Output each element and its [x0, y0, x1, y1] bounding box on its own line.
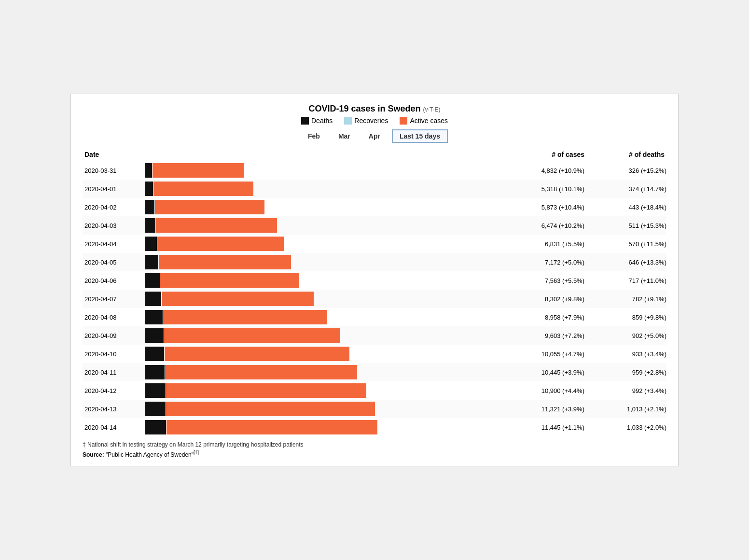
source-label: Source:	[83, 451, 104, 458]
deaths-cell: 717 (+11.0%)	[589, 277, 666, 284]
date-cell: 2020-04-02	[83, 203, 145, 212]
recoveries-legend-box	[344, 117, 352, 125]
tab-apr[interactable]: Apr	[362, 129, 387, 143]
bar-deaths	[145, 218, 155, 233]
bar-active	[164, 328, 340, 343]
cases-cell: 11,445 (+1.1%)	[507, 424, 589, 431]
bar-active	[166, 383, 366, 398]
legend: Deaths Recoveries Active cases	[83, 117, 666, 125]
bar-cell	[145, 402, 501, 416]
cases-cell: 7,172 (+5.0%)	[507, 259, 589, 266]
recoveries-legend-label: Recoveries	[354, 117, 388, 125]
cases-cell: 6,831 (+5.5%)	[507, 240, 589, 248]
date-cell: 2020-04-01	[83, 184, 145, 194]
deaths-cell: 959 (+2.8%)	[589, 369, 666, 376]
tabs-row: Feb Mar Apr Last 15 days	[83, 129, 666, 143]
deaths-cell: 1,033 (+2.0%)	[589, 424, 666, 431]
deaths-cell: 326 (+15.2%)	[589, 167, 666, 174]
cases-cell: 4,832 (+10.9%)	[507, 167, 589, 174]
bar-cell	[145, 365, 501, 379]
bar-active	[166, 420, 377, 434]
date-cell: 2020-04-04	[83, 239, 145, 249]
table-row: 2020-04-14 11,445 (+1.1%) 1,033 (+2.0%)	[83, 418, 666, 436]
cases-cell: 10,445 (+3.9%)	[507, 369, 589, 376]
cases-cell: 10,055 (+4.7%)	[507, 350, 589, 358]
source-text[interactable]: "Public Health Agency of Sweden"[1]	[106, 451, 199, 458]
vte-links[interactable]: (v·T·E)	[423, 106, 441, 113]
date-cell: 2020-04-13	[83, 405, 145, 414]
bar-cell	[145, 182, 501, 196]
table-row: 2020-04-05 7,172 (+5.0%) 646 (+13.3%)	[83, 253, 666, 271]
deaths-cell: 443 (+18.4%)	[589, 204, 666, 211]
bar-active	[163, 310, 327, 324]
bar-deaths	[145, 365, 165, 379]
footnote: ‡ National shift in testing strategy on …	[83, 441, 666, 448]
header-divider	[504, 150, 504, 159]
bar-active	[157, 237, 284, 251]
date-cell: 2020-04-14	[83, 423, 145, 432]
active-legend-box	[400, 117, 407, 125]
bar-active	[162, 292, 314, 306]
bar-deaths	[145, 237, 157, 251]
date-cell: 2020-04-10	[83, 350, 145, 359]
bar-cell	[145, 383, 501, 398]
legend-deaths: Deaths	[301, 117, 333, 125]
header-cases: # of cases	[507, 150, 589, 159]
date-cell: 2020-04-06	[83, 276, 145, 285]
bar-cell	[145, 328, 501, 343]
bar-deaths	[145, 328, 164, 343]
tab-feb[interactable]: Feb	[301, 129, 327, 143]
date-cell: 2020-03-31	[83, 166, 145, 175]
bar-deaths	[145, 420, 166, 434]
header-deaths: # of deaths	[589, 150, 666, 159]
bar-deaths	[145, 347, 164, 361]
deaths-legend-box	[301, 117, 309, 125]
bar-cell	[145, 347, 501, 361]
deaths-cell: 511 (+15.3%)	[589, 222, 666, 229]
bar-active	[156, 218, 277, 233]
bar-cell	[145, 420, 501, 434]
bar-deaths	[145, 402, 166, 416]
table-row: 2020-04-03 6,474 (+10.2%) 511 (+15.3%)	[83, 216, 666, 235]
table-row: 2020-04-02 5,873 (+10.4%) 443 (+18.4%)	[83, 198, 666, 216]
cases-cell: 5,318 (+10.1%)	[507, 185, 589, 193]
cases-cell: 7,563 (+5.5%)	[507, 277, 589, 284]
table-row: 2020-04-07 8,302 (+9.8%) 782 (+9.1%)	[83, 290, 666, 308]
table-row: 2020-04-06 7,563 (+5.5%) 717 (+11.0%)	[83, 271, 666, 290]
table-row: 2020-04-01 5,318 (+10.1%) 374 (+14.7%)	[83, 180, 666, 198]
deaths-cell: 570 (+11.5%)	[589, 240, 666, 248]
tab-last15[interactable]: Last 15 days	[392, 129, 448, 143]
bar-active	[153, 182, 253, 196]
bar-cell	[145, 273, 501, 288]
deaths-cell: 933 (+3.4%)	[589, 350, 666, 358]
deaths-cell: 782 (+9.1%)	[589, 295, 666, 303]
table-row: 2020-04-10 10,055 (+4.7%) 933 (+3.4%)	[83, 345, 666, 363]
title-text: COVID-19 cases in Sweden	[308, 104, 420, 113]
bar-deaths	[145, 182, 153, 196]
bar-deaths	[145, 292, 161, 306]
bar-cell	[145, 310, 501, 324]
table-row: 2020-04-11 10,445 (+3.9%) 959 (+2.8%)	[83, 363, 666, 381]
deaths-cell: 902 (+5.0%)	[589, 332, 666, 339]
legend-recoveries: Recoveries	[344, 117, 388, 125]
date-cell: 2020-04-07	[83, 294, 145, 304]
tab-mar[interactable]: Mar	[332, 129, 357, 143]
bar-deaths	[145, 273, 160, 288]
date-cell: 2020-04-05	[83, 258, 145, 267]
chart-rows: 2020-03-31 4,832 (+10.9%) 326 (+15.2%) 2…	[83, 161, 666, 436]
chart-title: COVID-19 cases in Sweden (v·T·E)	[83, 104, 666, 114]
deaths-cell: 992 (+3.4%)	[589, 387, 666, 394]
bar-cell	[145, 218, 501, 233]
cases-cell: 8,958 (+7.9%)	[507, 314, 589, 321]
bar-active	[166, 402, 375, 416]
deaths-cell: 374 (+14.7%)	[589, 185, 666, 193]
bar-deaths	[145, 310, 163, 324]
header-date: Date	[83, 150, 145, 159]
table-row: 2020-04-08 8,958 (+7.9%) 859 (+9.8%)	[83, 308, 666, 326]
deaths-legend-label: Deaths	[311, 117, 333, 125]
bar-deaths	[145, 200, 154, 214]
cases-cell: 6,474 (+10.2%)	[507, 222, 589, 229]
deaths-cell: 646 (+13.3%)	[589, 259, 666, 266]
date-cell: 2020-04-08	[83, 313, 145, 322]
cases-cell: 5,873 (+10.4%)	[507, 204, 589, 211]
